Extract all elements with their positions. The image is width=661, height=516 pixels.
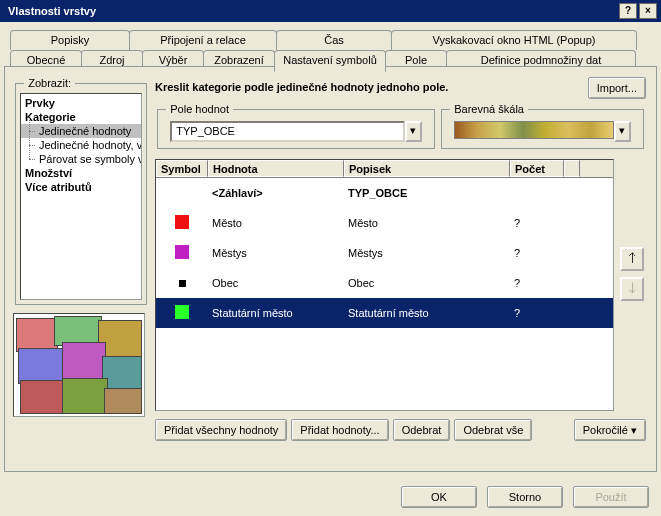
cell-hodnota: Městys	[208, 247, 344, 259]
cell-hodnota: Město	[208, 217, 344, 229]
pridat-vsechny-button[interactable]: Přidat všechny hodnoty	[155, 419, 287, 441]
tree-mnozstvi[interactable]: Množství	[21, 166, 141, 180]
hdr-symbol[interactable]: Symbol	[156, 160, 208, 177]
tree-parovat-symboly[interactable]: Párovat se symboly v	[21, 152, 141, 166]
symbol-swatch	[175, 245, 189, 259]
table-row[interactable]: MěstoMěsto?	[156, 208, 613, 238]
tab-cas[interactable]: Čas	[276, 30, 392, 50]
hdr-pocet[interactable]: Počet	[510, 160, 564, 177]
tree-prvky[interactable]: Prvky	[21, 96, 141, 110]
tree-vice-atributu[interactable]: Více atributů	[21, 180, 141, 194]
odebrat-vse-button[interactable]: Odebrat vše	[454, 419, 532, 441]
hdr-corner	[564, 160, 580, 177]
window-title: Vlastnosti vrstvy	[4, 5, 617, 17]
pouzit-button[interactable]: Použít	[573, 486, 649, 508]
move-down-button[interactable]: 🡓	[620, 277, 644, 301]
pole-hodnot-value: TYP_OBCE	[170, 121, 405, 142]
window-body: Popisky Připojení a relace Čas Vyskakova…	[0, 22, 661, 516]
cell-popisek: TYP_OBCE	[344, 187, 510, 199]
color-ramp	[454, 121, 614, 139]
cell-hodnota: <Záhlaví>	[208, 187, 344, 199]
reorder-arrows: 🡑 🡓	[620, 247, 646, 307]
pole-hodnot-combo[interactable]: TYP_OBCE ▾	[170, 121, 422, 142]
cell-hodnota: Statutární město	[208, 307, 344, 319]
tab-pane: Zobrazit: Prvky Kategorie Jedinečné hodn…	[4, 66, 657, 472]
tree-kategorie[interactable]: Kategorie	[21, 110, 141, 124]
symbology-preview	[13, 313, 145, 417]
table-row[interactable]: ObecObec?	[156, 268, 613, 298]
color-ramp-combo[interactable]: ▾	[454, 121, 631, 142]
tab-nastaveni-symbolu[interactable]: Nastavení symbolů	[274, 50, 386, 72]
symbol-swatch	[175, 305, 189, 319]
cell-popisek: Statutární město	[344, 307, 510, 319]
title-bar: Vlastnosti vrstvy ? ×	[0, 0, 661, 22]
tab-popup[interactable]: Vyskakovací okno HTML (Popup)	[391, 30, 637, 50]
cell-pocet: ?	[510, 277, 564, 289]
move-up-button[interactable]: 🡑	[620, 247, 644, 271]
tree-jedinecne-hodnoty[interactable]: Jedinečné hodnoty	[21, 124, 141, 138]
symbol-grid[interactable]: Symbol Hodnota Popisek Počet <Záhlaví>TY…	[155, 159, 614, 411]
barevna-skala-label: Barevná škála	[450, 103, 528, 115]
tab-pripojeni[interactable]: Připojení a relace	[129, 30, 277, 50]
cell-popisek: Město	[344, 217, 510, 229]
zobrazit-group: Zobrazit: Prvky Kategorie Jedinečné hodn…	[15, 77, 147, 305]
cell-pocet: ?	[510, 217, 564, 229]
cell-popisek: Obec	[344, 277, 510, 289]
table-row[interactable]: Statutární městoStatutární město?	[156, 298, 613, 328]
tree-jedinecne-hodnoty-v[interactable]: Jedinečné hodnoty, v	[21, 138, 141, 152]
hdr-popisek[interactable]: Popisek	[344, 160, 510, 177]
dialog-buttons: OK Storno Použít	[0, 486, 661, 508]
pole-hodnot-label: Pole hodnot	[166, 103, 233, 115]
table-row[interactable]: MěstysMěstys?	[156, 238, 613, 268]
kreslit-label: Kreslit kategorie podle jedinečné hodnot…	[155, 81, 448, 93]
chevron-down-icon[interactable]: ▾	[614, 121, 631, 142]
pole-hodnot-group: Pole hodnot TYP_OBCE ▾	[157, 103, 435, 149]
cell-pocet: ?	[510, 247, 564, 259]
cell-popisek: Městys	[344, 247, 510, 259]
pridat-hodnoty-button[interactable]: Přidat hodnoty...	[291, 419, 388, 441]
barevna-skala-group: Barevná škála ▾	[441, 103, 644, 149]
category-tree[interactable]: Prvky Kategorie Jedinečné hodnoty Jedine…	[20, 93, 142, 300]
ok-button[interactable]: OK	[401, 486, 477, 508]
zobrazit-label: Zobrazit:	[24, 77, 75, 89]
tab-popisky[interactable]: Popisky	[10, 30, 130, 50]
odebrat-button[interactable]: Odebrat	[393, 419, 451, 441]
cell-hodnota: Obec	[208, 277, 344, 289]
hdr-hodnota[interactable]: Hodnota	[208, 160, 344, 177]
storno-button[interactable]: Storno	[487, 486, 563, 508]
close-button[interactable]: ×	[639, 3, 657, 19]
grid-header: Symbol Hodnota Popisek Počet	[156, 160, 613, 178]
table-row[interactable]: <Záhlaví>TYP_OBCE	[156, 178, 613, 208]
import-button[interactable]: Import...	[588, 77, 646, 99]
chevron-down-icon[interactable]: ▾	[405, 121, 422, 142]
help-button[interactable]: ?	[619, 3, 637, 19]
symbol-swatch	[179, 280, 186, 287]
grid-buttons: Přidat všechny hodnoty Přidat hodnoty...…	[155, 419, 646, 441]
pokrocile-button[interactable]: Pokročilé	[574, 419, 646, 441]
symbol-swatch	[175, 215, 189, 229]
cell-pocet: ?	[510, 307, 564, 319]
